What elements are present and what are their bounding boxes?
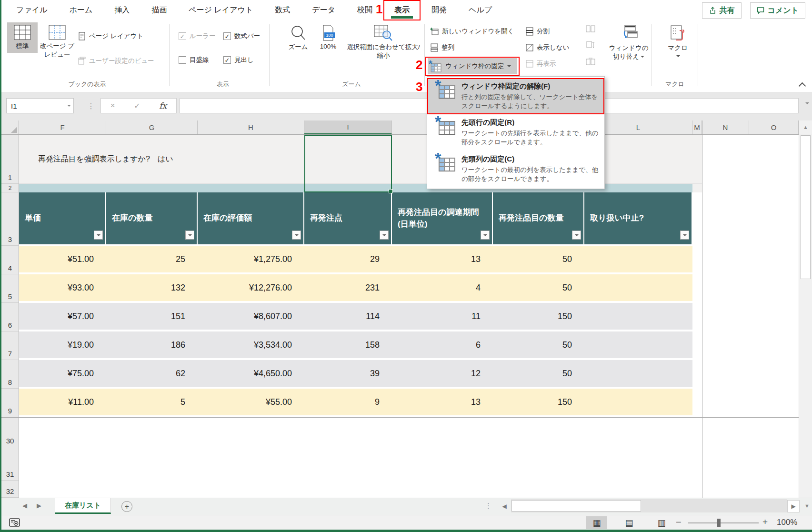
cell-r5c1[interactable]: ¥93.00 xyxy=(19,274,106,303)
cell-r8c4[interactable]: 39 xyxy=(304,360,392,389)
ribbon-tab-1[interactable]: ファイル xyxy=(5,0,59,20)
scroll-up-icon[interactable]: ▲ xyxy=(799,120,812,134)
normal-view-button-status[interactable]: ▦ xyxy=(586,516,607,529)
ribbon-tab-11[interactable]: ヘルプ xyxy=(458,0,503,20)
unhide-button[interactable]: 再表示 xyxy=(525,58,556,70)
new-sheet-icon[interactable]: + xyxy=(121,501,132,512)
row-header-30[interactable]: 30 xyxy=(1,417,19,447)
column-header-F[interactable]: F xyxy=(19,120,106,134)
cell-r5c6[interactable]: 50 xyxy=(493,274,584,303)
cell-r6c1[interactable]: ¥57.00 xyxy=(19,303,106,331)
cell-r6c3[interactable]: ¥8,607.00 xyxy=(198,303,304,331)
filter-dropdown-icon[interactable] xyxy=(292,231,301,240)
cell-r4c3[interactable]: ¥1,275.00 xyxy=(198,246,304,274)
sheet-nav-right-icon[interactable]: ▶ xyxy=(37,502,41,509)
zoom-in-icon[interactable]: + xyxy=(762,517,768,527)
split-button[interactable]: 分割 xyxy=(525,25,550,38)
headings-checkbox[interactable]: ✓ 見出し xyxy=(223,56,254,64)
selected-cell-I1[interactable] xyxy=(304,135,392,192)
scroll-left-icon[interactable]: ◀ xyxy=(498,500,511,512)
cell-r7c3[interactable]: ¥3,534.00 xyxy=(198,331,304,360)
cell-r8c5[interactable]: 12 xyxy=(392,360,493,389)
comment-button[interactable]: コメント xyxy=(750,2,806,19)
ribbon-tab-9[interactable]: 表示1 xyxy=(383,0,421,20)
formula-bar-checkbox[interactable]: ✓ 数式バー xyxy=(223,32,260,40)
cell-r6c5[interactable]: 11 xyxy=(392,303,493,331)
ribbon-tab-4[interactable]: 描画 xyxy=(140,0,178,20)
table-header-7[interactable]: 取り扱い中止? xyxy=(584,192,692,246)
cell-r9c2[interactable]: 5 xyxy=(106,389,198,417)
reset-window-position-icon[interactable] xyxy=(585,57,596,66)
page-break-preview-button[interactable]: 改ページ プレビュー xyxy=(36,22,79,61)
ribbon-tab-3[interactable]: 挿入 xyxy=(103,0,140,20)
horizontal-scrollbar-thumb[interactable] xyxy=(511,500,641,512)
cell-r9c4[interactable]: 9 xyxy=(304,389,392,417)
row-header-9[interactable]: 9 xyxy=(1,389,19,417)
freeze-menu-item-1[interactable]: * ウィンドウ枠固定の解除(F) 行と列の固定を解除して、ワークシート全体をスク… xyxy=(427,78,604,114)
table-header-2[interactable]: 在庫の数量 xyxy=(106,192,198,246)
filter-dropdown-icon[interactable] xyxy=(572,231,581,240)
cell-r4c7[interactable] xyxy=(584,246,692,274)
cell-r5c3[interactable]: ¥12,276.00 xyxy=(198,274,304,303)
row-header-6[interactable]: 6 xyxy=(1,303,19,331)
cell-r6c6[interactable]: 150 xyxy=(493,303,584,331)
cell-r7c4[interactable]: 158 xyxy=(304,331,392,360)
cell-r7c2[interactable]: 186 xyxy=(106,331,198,360)
row-header-31[interactable]: 31 xyxy=(1,447,19,481)
row-header-7[interactable]: 7 xyxy=(1,331,19,360)
cell-r5c4[interactable]: 231 xyxy=(304,274,392,303)
cell-r4c4[interactable]: 29 xyxy=(304,246,392,274)
hide-button[interactable]: 表示しない xyxy=(525,41,569,54)
arrange-all-button[interactable]: 整列 xyxy=(430,41,454,54)
name-box-dropdown-icon[interactable] xyxy=(63,99,73,113)
enter-icon[interactable]: ✓ xyxy=(134,101,140,110)
gridlines-checkbox[interactable]: 目盛線 xyxy=(179,56,209,64)
cell-empty[interactable] xyxy=(692,303,812,331)
table-header-5[interactable]: 再発注品目の調達期間 (日単位) xyxy=(392,192,493,246)
zoom-level[interactable]: 100% xyxy=(777,518,797,527)
column-header-H[interactable]: H xyxy=(198,120,304,134)
share-button[interactable]: 共有 xyxy=(702,2,742,19)
cell-r9c5[interactable]: 13 xyxy=(392,389,493,417)
normal-view-button[interactable]: 標準 xyxy=(7,22,38,53)
column-header-G[interactable]: G xyxy=(106,120,198,134)
row-header-8[interactable]: 8 xyxy=(1,360,19,389)
column-header-M[interactable]: M xyxy=(692,120,702,134)
ribbon-tab-6[interactable]: 数式 xyxy=(264,0,301,20)
row-header-3[interactable]: 3 xyxy=(1,192,19,246)
scroll-right-icon[interactable]: ▶ xyxy=(787,500,800,512)
page-layout-button[interactable]: ページ レイアウト xyxy=(78,30,143,42)
cell-r5c5[interactable]: 4 xyxy=(392,274,493,303)
synchronous-scrolling-icon[interactable] xyxy=(585,40,596,50)
cell-r4c1[interactable]: ¥51.00 xyxy=(19,246,106,274)
collapse-ribbon-icon[interactable] xyxy=(799,82,806,90)
table-header-3[interactable]: 在庫の評価額 xyxy=(198,192,304,246)
custom-views-button[interactable]: ユーザー設定のビュー xyxy=(78,55,154,67)
new-window-button[interactable]: 新しいウィンドウを開く xyxy=(430,25,514,38)
cell-r6c7[interactable] xyxy=(584,303,692,331)
zoom-slider[interactable] xyxy=(688,522,759,523)
cell-r5c2[interactable]: 132 xyxy=(106,274,198,303)
scroll-down-icon[interactable]: ▼ xyxy=(802,499,812,512)
tab-scrollbar-splitter[interactable]: ⋮ xyxy=(485,502,492,510)
row-header-32[interactable]: 32 xyxy=(1,481,19,498)
row-header-2[interactable]: 2 xyxy=(1,184,19,192)
ribbon-tab-7[interactable]: データ xyxy=(301,0,346,20)
column-header-I[interactable]: I xyxy=(304,120,392,134)
cell-r9c7[interactable] xyxy=(584,389,692,417)
cell-row2-m[interactable] xyxy=(692,184,702,192)
cell-r5c7[interactable] xyxy=(584,274,692,303)
name-box[interactable]: I1 xyxy=(6,98,74,113)
cell-empty[interactable] xyxy=(692,360,812,389)
filter-dropdown-icon[interactable] xyxy=(94,231,103,240)
cell-r8c6[interactable]: 50 xyxy=(493,360,584,389)
page-break-view-button-status[interactable]: ▥ xyxy=(651,516,672,529)
filter-dropdown-icon[interactable] xyxy=(185,231,194,240)
horizontal-scrollbar[interactable] xyxy=(511,499,787,512)
zoom-to-selection-button[interactable]: 選択範囲に合わせて拡大/縮小 xyxy=(342,22,424,62)
cell-r7c7[interactable] xyxy=(584,331,692,360)
column-header-O[interactable]: O xyxy=(749,120,799,134)
cell-empty[interactable] xyxy=(19,447,812,481)
ribbon-tab-5[interactable]: ページ レイアウト xyxy=(178,0,264,20)
ribbon-tab-2[interactable]: ホーム xyxy=(59,0,104,20)
